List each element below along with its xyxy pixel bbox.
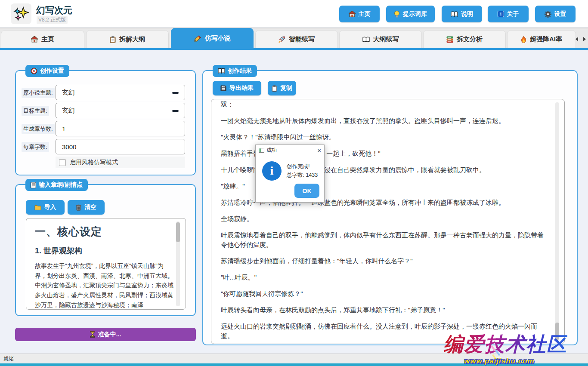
select-arrow-icon xyxy=(172,92,179,94)
tab-smart-continue-label: 智能续写 xyxy=(289,35,315,43)
tab-smart-continue[interactable]: 智能续写 xyxy=(255,30,338,48)
rocket-icon xyxy=(279,36,285,43)
copy-button-label: 复制 xyxy=(280,84,292,92)
chapter-count-input[interactable]: 1 xyxy=(56,121,185,136)
result-panel: 创作结果 导出结果 复制 双： 一团火焰毫无预兆地从叶辰体内爆发而出，直接吞没了… xyxy=(202,70,578,345)
clipboard-icon xyxy=(110,36,116,43)
import-button-label: 导入 xyxy=(44,203,56,211)
header-settings-button[interactable]: 设置 xyxy=(535,6,576,22)
tab-home[interactable]: 主页 xyxy=(1,30,84,48)
tab-imitate-novel-label: 仿写小说 xyxy=(205,34,231,43)
header-help-button[interactable]: 说明 xyxy=(442,6,482,22)
open-book-icon xyxy=(218,68,225,74)
result-scrollbar-track[interactable] xyxy=(555,102,559,341)
tab-imitate-novel[interactable]: 仿写小说 xyxy=(171,28,254,48)
result-paragraph: 叶辰震惊地看着自己的双手，他能感觉到，体内似乎有什么东西正在苏醒。那是一种古老而… xyxy=(221,231,547,249)
words-per-chapter-value: 3000 xyxy=(62,143,76,151)
tab-outline-continue[interactable]: 大纲续写 xyxy=(339,30,422,48)
sparkles-icon xyxy=(13,6,29,22)
svg-text:i: i xyxy=(500,12,501,16)
app-window: 幻写次元 V8.2 正式版 主页 提示词库 说明 i 关于 设置 主页 xyxy=(0,0,588,366)
outline-panel-title: 输入章纲/剧情点 xyxy=(39,181,83,189)
status-bar: 就绪 xyxy=(0,354,588,363)
target-theme-select[interactable]: 玄幻 xyxy=(56,103,185,118)
outline-panel: 输入章纲/剧情点 导入 清空 一、核心设定 1. 世界观架构 故事发生于“九州玄… xyxy=(15,184,196,316)
hourglass-icon xyxy=(90,331,95,338)
trash-icon xyxy=(76,204,81,211)
home-icon xyxy=(349,11,356,17)
target-icon xyxy=(31,68,37,74)
result-panel-header: 创作结果 xyxy=(213,65,257,77)
window-icon xyxy=(259,148,264,153)
tab-outline-breakdown-label: 拆解大纲 xyxy=(119,35,145,43)
import-button[interactable]: 导入 xyxy=(26,200,65,215)
export-result-label: 导出结果 xyxy=(229,84,254,92)
header-home-label: 主页 xyxy=(359,10,371,18)
outline-textarea[interactable]: 一、核心设定 1. 世界观架构 故事发生于“九州玄境”，此界以五座“镇天山脉”为… xyxy=(26,218,186,310)
tab-outline-continue-label: 大纲续写 xyxy=(373,35,399,43)
tab-reduce-ai-rate-label: 超强降AI率 xyxy=(530,35,562,43)
success-dialog: 成功 × i 创作完成! 总字数: 1433 OK xyxy=(255,145,325,203)
result-paragraph: 苏清瑶缓步走到他面前，仔细打量着他："年轻人，你叫什么名字？" xyxy=(221,256,547,266)
dialog-ok-button[interactable]: OK xyxy=(294,184,319,198)
result-textarea[interactable]: 双： 一团火焰毫无预兆地从叶辰体内爆发而出，直接吞没了黑熊的拳头。盗匪头目惨叫一… xyxy=(211,99,565,344)
dialog-message-line1: 创作完成! xyxy=(287,162,318,171)
style-imitation-checkbox[interactable] xyxy=(59,159,66,166)
tab-scroll-right-icon[interactable] xyxy=(583,37,586,41)
clear-button[interactable]: 清空 xyxy=(68,200,105,215)
top-header: 幻写次元 V8.2 正式版 主页 提示词库 说明 i 关于 设置 xyxy=(0,0,588,28)
dialog-message-line2: 总字数: 1433 xyxy=(287,171,318,179)
source-theme-label: 原小说主题: xyxy=(22,88,55,98)
header-prompt-library-button[interactable]: 提示词库 xyxy=(386,6,435,22)
source-theme-select[interactable]: 玄幻 xyxy=(56,85,185,100)
info-icon: i xyxy=(498,11,504,17)
result-scrollbar-thumb[interactable] xyxy=(555,323,559,340)
app-title: 幻写次元 xyxy=(36,4,72,16)
header-settings-label: 设置 xyxy=(554,10,566,18)
words-per-chapter-label: 每章字数: xyxy=(22,142,49,152)
outline-heading1: 一、核心设定 xyxy=(35,225,174,239)
open-book-icon xyxy=(451,11,458,17)
tab-text-analysis-label: 拆文分析 xyxy=(457,35,483,43)
open-book-icon xyxy=(362,37,370,43)
dialog-titlebar[interactable]: 成功 × xyxy=(256,145,324,155)
export-result-button[interactable]: 导出结果 xyxy=(213,81,261,95)
tab-scroll-left-icon[interactable] xyxy=(576,37,578,41)
generate-button[interactable]: 准备中... xyxy=(15,328,196,341)
tab-bar: 主页 拆解大纲 仿写小说 智能续写 大纲续写 拆文分析 超强降AI率 xyxy=(0,28,588,48)
document-icon xyxy=(31,182,36,188)
settings-panel-title: 创作设置 xyxy=(40,67,64,75)
status-text: 就绪 xyxy=(3,355,14,363)
outline-panel-header: 输入章纲/剧情点 xyxy=(25,179,88,191)
chapter-count-value: 1 xyxy=(62,125,65,132)
tab-home-label: 主页 xyxy=(41,35,54,43)
result-paragraph: "火灵体？！"苏清瑶眼中闪过一丝惊讶。 xyxy=(221,132,547,142)
outline-body: 故事发生于“九州玄境”，此界以五座“镇天山脉”为界，划分出东炎、西漠、南泽、北寒… xyxy=(35,261,174,310)
source-theme-value: 玄幻 xyxy=(62,89,75,97)
result-paragraph: 全场寂静。 xyxy=(221,214,547,224)
clear-button-label: 清空 xyxy=(84,203,96,211)
tab-outline-breakdown[interactable]: 拆解大纲 xyxy=(86,30,169,48)
header-about-label: 关于 xyxy=(507,10,519,18)
dialog-message: 创作完成! 总字数: 1433 xyxy=(287,162,318,179)
copy-button[interactable]: 复制 xyxy=(268,81,296,95)
tab-text-analysis[interactable]: 拆文分析 xyxy=(423,30,506,48)
books-icon xyxy=(446,36,453,43)
dialog-title: 成功 xyxy=(266,147,277,154)
lightbulb-icon xyxy=(394,11,400,18)
words-per-chapter-input[interactable]: 3000 xyxy=(56,139,185,154)
outline-heading2: 1. 世界观架构 xyxy=(35,246,174,256)
dialog-close-icon[interactable]: × xyxy=(317,147,321,154)
folder-icon xyxy=(34,205,41,210)
outline-scrollbar-thumb[interactable] xyxy=(176,222,180,242)
target-theme-label: 目标主题: xyxy=(22,106,49,116)
header-home-button[interactable]: 主页 xyxy=(339,6,380,22)
header-about-button[interactable]: i 关于 xyxy=(488,6,529,22)
settings-panel: 创作设置 原小说主题: 玄幻 目标主题: 玄幻 生成章节数: 1 每章字数: 3… xyxy=(15,70,196,175)
tab-reduce-ai-rate[interactable]: 超强降AI率 xyxy=(507,30,576,48)
result-paragraph: 远处火山口的岩浆突然剧烈翻涌，仿佛在回应着什么。没人注意到，叶辰的影子深处，一缕… xyxy=(221,322,547,341)
sparkle-stroke-icon xyxy=(491,345,496,351)
gear-icon xyxy=(545,11,551,18)
style-imitation-label: 启用风格仿写模式 xyxy=(70,159,118,166)
clipboard-copy-icon xyxy=(272,85,277,92)
